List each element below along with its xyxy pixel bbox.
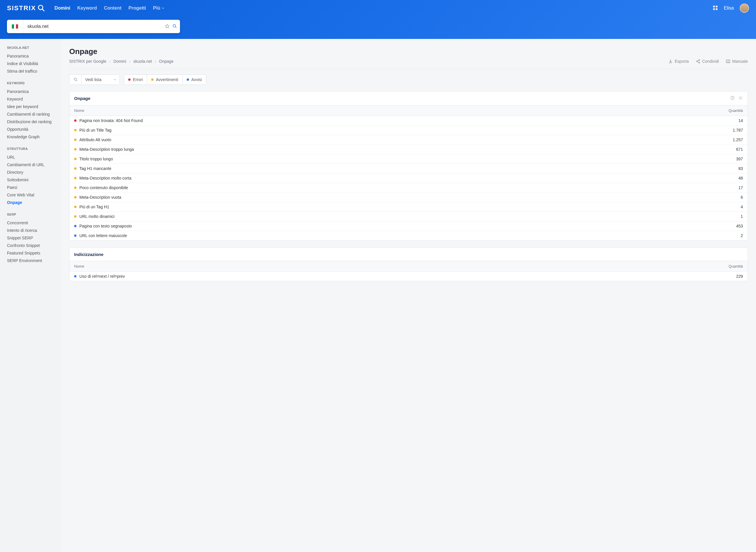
row-name: Poco contenuto disponibile [79,185,128,190]
search-input[interactable] [23,24,165,29]
dot-warn-icon [74,167,77,170]
breadcrumb-item[interactable]: SISTRIX per Google [69,59,106,63]
filters-row: Vedi lista Errori Avvertimenti Avvisi [69,75,748,85]
share-button[interactable]: Condividi [696,59,719,63]
legend-errori[interactable]: Errori [124,75,147,85]
table-row[interactable]: Tag H1 mancante83 [70,164,748,173]
sidebar-item[interactable]: Concorrenti [7,219,61,227]
dot-warn-icon [151,79,153,81]
topbar-right: Elisa [713,3,749,13]
svg-point-11 [699,62,699,63]
table-row[interactable]: Pagina non trovata: 404 Not Found14 [70,116,748,126]
row-name: Tag H1 mancante [79,166,111,171]
sidebar-item[interactable]: Distribuzione dei ranking [7,118,61,126]
sidebar-item[interactable]: URL [7,153,61,161]
sidebar-item[interactable]: Stima del traffico [7,67,61,75]
export-button[interactable]: Esporta [668,59,688,63]
sidebar-section-struttura: STRUTTURA [7,147,61,150]
row-name: Pagina con testo segnaposto [79,224,132,228]
chevron-right-icon: › [129,59,130,63]
vedi-lista-select[interactable]: Vedi lista [82,75,119,85]
dot-info-icon [74,225,77,227]
sidebar-item[interactable]: Cambiamenti di ranking [7,110,61,118]
legend-avvertimenti[interactable]: Avvertimenti [147,75,183,85]
nav-progetti[interactable]: Progetti [128,6,146,11]
legend-avvisi[interactable]: Avvisi [183,75,206,85]
breadcrumb-item[interactable]: skuola.net [133,59,152,63]
table-row[interactable]: Attributo Alt vuoto1.257 [70,135,748,145]
apps-icon[interactable] [713,5,718,11]
table-row[interactable]: Meta-Description vuota6 [70,192,748,202]
search-submit-icon[interactable] [173,24,177,29]
svg-line-13 [697,61,699,62]
sidebar-item[interactable]: Idee per keyword [7,103,61,110]
gear-icon[interactable] [738,96,743,101]
sidebar-item[interactable]: Directory [7,168,61,176]
nav-keyword[interactable]: Keyword [77,6,97,11]
table-header: Nome Quantità [70,105,748,116]
book-icon [726,59,730,63]
manual-button[interactable]: Manuale [726,59,748,63]
table-row[interactable]: Meta-Description troppo lunga671 [70,145,748,154]
row-name: Più di un Tag H1 [79,204,109,209]
table-row[interactable]: Pagina con testo segnaposto453 [70,222,748,231]
avatar[interactable] [740,3,749,13]
nav: Domini Keyword Content Progetti Più [55,6,165,11]
row-qty: 48 [738,176,743,180]
breadcrumb-item[interactable]: Domini [113,59,126,63]
layout: SKUOLA.NET PanoramicaIndice di Visibilit… [0,39,756,552]
logo[interactable]: SISTRIX [7,4,45,12]
sidebar-item[interactable]: Cambiamenti di URL [7,161,61,168]
dot-warn-icon [74,158,77,160]
table-row[interactable]: Uso di rel=next / rel=prev229 [70,272,748,281]
nav-domini[interactable]: Domini [55,6,70,11]
table-header: Nome Quantità [70,261,748,272]
table-row[interactable]: Più di un Title Tag1.787 [70,126,748,135]
row-name: Uso di rel=next / rel=prev [79,274,125,279]
star-icon[interactable] [165,24,170,29]
sidebar-item[interactable]: Featured Snippets [7,249,61,257]
sidebar-item[interactable]: Indice di Visibilità [7,60,61,67]
sidebar-section-domain: SKUOLA.NET [7,46,61,49]
sidebar-item[interactable]: Snippet SERP [7,234,61,242]
dot-warn-icon [74,215,77,218]
dot-error-icon [128,79,130,81]
breadcrumb-item[interactable]: Onpage [159,59,174,63]
sidebar-item[interactable]: Sottodomini [7,176,61,184]
col-name: Nome [74,108,84,113]
sidebar-item[interactable]: Intento di ricerca [7,227,61,234]
sidebar-item[interactable]: Confronto Snippet [7,242,61,249]
sidebar-item[interactable]: Panoramica [7,88,61,95]
sidebar-item[interactable]: Onpage [7,199,61,206]
table-row[interactable]: Meta-Description molto corta48 [70,173,748,183]
panel-title: Onpage [74,96,90,101]
chevron-right-icon: › [109,59,111,63]
breadcrumb: SISTRIX per Google › Domini › skuola.net… [69,59,174,63]
table-row[interactable]: Più di un Tag H14 [70,202,748,212]
svg-point-9 [699,59,699,60]
country-flag-italy[interactable] [7,20,23,33]
sidebar-item[interactable]: Opportunità [7,126,61,133]
table-row[interactable]: URL con lettere maiuscole2 [70,231,748,240]
sidebar-item[interactable]: SERP Environment [7,257,61,264]
table-row[interactable]: URL molto dinamici1 [70,212,748,222]
table-row[interactable]: Poco contenuto disponibile17 [70,183,748,192]
search-icon[interactable] [70,75,82,85]
sidebar-item[interactable]: Knowledge Graph [7,133,61,141]
svg-point-0 [38,5,43,10]
download-icon [668,59,673,63]
sidebar-item[interactable]: Core Web Vital [7,191,61,199]
nav-more[interactable]: Più [153,6,165,11]
row-name: Pagina non trovata: 404 Not Found [79,118,143,123]
nav-content[interactable]: Content [104,6,121,11]
user-name[interactable]: Elisa [724,6,734,11]
table-row[interactable]: Titolo troppo lungo397 [70,154,748,164]
col-qty: Quantità [729,108,743,113]
legend: Errori Avvertimenti Avvisi [124,75,206,85]
sidebar-item[interactable]: Keyword [7,95,61,103]
svg-line-1 [42,9,44,11]
sidebar-item[interactable]: Paesi [7,184,61,191]
help-icon[interactable] [730,96,735,101]
sidebar-item[interactable]: Panoramica [7,52,61,60]
svg-point-7 [173,24,176,27]
